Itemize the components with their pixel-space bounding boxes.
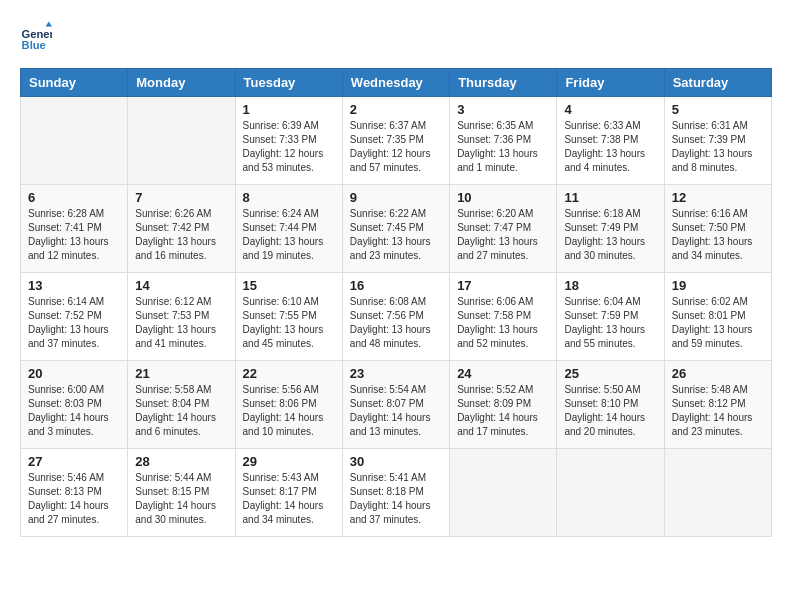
day-info: Sunrise: 6:12 AM Sunset: 7:53 PM Dayligh… — [135, 295, 227, 351]
day-info: Sunrise: 6:02 AM Sunset: 8:01 PM Dayligh… — [672, 295, 764, 351]
day-number: 22 — [243, 366, 335, 381]
empty-cell — [128, 97, 235, 185]
week-row-1: 1Sunrise: 6:39 AM Sunset: 7:33 PM Daylig… — [21, 97, 772, 185]
day-cell-27: 27Sunrise: 5:46 AM Sunset: 8:13 PM Dayli… — [21, 449, 128, 537]
day-cell-24: 24Sunrise: 5:52 AM Sunset: 8:09 PM Dayli… — [450, 361, 557, 449]
day-info: Sunrise: 6:08 AM Sunset: 7:56 PM Dayligh… — [350, 295, 442, 351]
day-info: Sunrise: 5:44 AM Sunset: 8:15 PM Dayligh… — [135, 471, 227, 527]
day-info: Sunrise: 6:14 AM Sunset: 7:52 PM Dayligh… — [28, 295, 120, 351]
day-info: Sunrise: 6:16 AM Sunset: 7:50 PM Dayligh… — [672, 207, 764, 263]
day-number: 26 — [672, 366, 764, 381]
day-info: Sunrise: 6:37 AM Sunset: 7:35 PM Dayligh… — [350, 119, 442, 175]
weekday-header-monday: Monday — [128, 69, 235, 97]
day-cell-2: 2Sunrise: 6:37 AM Sunset: 7:35 PM Daylig… — [342, 97, 449, 185]
day-cell-9: 9Sunrise: 6:22 AM Sunset: 7:45 PM Daylig… — [342, 185, 449, 273]
day-cell-19: 19Sunrise: 6:02 AM Sunset: 8:01 PM Dayli… — [664, 273, 771, 361]
day-number: 19 — [672, 278, 764, 293]
day-number: 27 — [28, 454, 120, 469]
day-cell-4: 4Sunrise: 6:33 AM Sunset: 7:38 PM Daylig… — [557, 97, 664, 185]
day-number: 13 — [28, 278, 120, 293]
weekday-header-wednesday: Wednesday — [342, 69, 449, 97]
day-cell-3: 3Sunrise: 6:35 AM Sunset: 7:36 PM Daylig… — [450, 97, 557, 185]
day-number: 5 — [672, 102, 764, 117]
day-info: Sunrise: 5:50 AM Sunset: 8:10 PM Dayligh… — [564, 383, 656, 439]
day-number: 11 — [564, 190, 656, 205]
day-cell-8: 8Sunrise: 6:24 AM Sunset: 7:44 PM Daylig… — [235, 185, 342, 273]
svg-text:Blue: Blue — [22, 39, 46, 51]
day-cell-23: 23Sunrise: 5:54 AM Sunset: 8:07 PM Dayli… — [342, 361, 449, 449]
day-number: 16 — [350, 278, 442, 293]
day-number: 23 — [350, 366, 442, 381]
day-number: 24 — [457, 366, 549, 381]
day-number: 12 — [672, 190, 764, 205]
empty-cell — [450, 449, 557, 537]
day-number: 3 — [457, 102, 549, 117]
day-info: Sunrise: 6:28 AM Sunset: 7:41 PM Dayligh… — [28, 207, 120, 263]
day-cell-11: 11Sunrise: 6:18 AM Sunset: 7:49 PM Dayli… — [557, 185, 664, 273]
day-info: Sunrise: 6:00 AM Sunset: 8:03 PM Dayligh… — [28, 383, 120, 439]
day-number: 15 — [243, 278, 335, 293]
svg-text:General: General — [22, 28, 52, 40]
day-cell-5: 5Sunrise: 6:31 AM Sunset: 7:39 PM Daylig… — [664, 97, 771, 185]
day-info: Sunrise: 6:18 AM Sunset: 7:49 PM Dayligh… — [564, 207, 656, 263]
day-info: Sunrise: 6:35 AM Sunset: 7:36 PM Dayligh… — [457, 119, 549, 175]
day-number: 14 — [135, 278, 227, 293]
empty-cell — [21, 97, 128, 185]
day-cell-22: 22Sunrise: 5:56 AM Sunset: 8:06 PM Dayli… — [235, 361, 342, 449]
day-cell-1: 1Sunrise: 6:39 AM Sunset: 7:33 PM Daylig… — [235, 97, 342, 185]
weekday-header-thursday: Thursday — [450, 69, 557, 97]
day-number: 10 — [457, 190, 549, 205]
empty-cell — [664, 449, 771, 537]
day-number: 6 — [28, 190, 120, 205]
day-cell-18: 18Sunrise: 6:04 AM Sunset: 7:59 PM Dayli… — [557, 273, 664, 361]
day-info: Sunrise: 5:56 AM Sunset: 8:06 PM Dayligh… — [243, 383, 335, 439]
day-info: Sunrise: 5:48 AM Sunset: 8:12 PM Dayligh… — [672, 383, 764, 439]
day-cell-10: 10Sunrise: 6:20 AM Sunset: 7:47 PM Dayli… — [450, 185, 557, 273]
logo: General Blue — [20, 20, 56, 52]
weekday-header-saturday: Saturday — [664, 69, 771, 97]
day-number: 18 — [564, 278, 656, 293]
day-cell-16: 16Sunrise: 6:08 AM Sunset: 7:56 PM Dayli… — [342, 273, 449, 361]
day-info: Sunrise: 6:20 AM Sunset: 7:47 PM Dayligh… — [457, 207, 549, 263]
day-info: Sunrise: 5:58 AM Sunset: 8:04 PM Dayligh… — [135, 383, 227, 439]
week-row-3: 13Sunrise: 6:14 AM Sunset: 7:52 PM Dayli… — [21, 273, 772, 361]
weekday-header-sunday: Sunday — [21, 69, 128, 97]
day-info: Sunrise: 6:06 AM Sunset: 7:58 PM Dayligh… — [457, 295, 549, 351]
day-number: 4 — [564, 102, 656, 117]
day-cell-13: 13Sunrise: 6:14 AM Sunset: 7:52 PM Dayli… — [21, 273, 128, 361]
svg-marker-2 — [46, 22, 52, 27]
day-info: Sunrise: 6:33 AM Sunset: 7:38 PM Dayligh… — [564, 119, 656, 175]
day-info: Sunrise: 6:39 AM Sunset: 7:33 PM Dayligh… — [243, 119, 335, 175]
day-cell-29: 29Sunrise: 5:43 AM Sunset: 8:17 PM Dayli… — [235, 449, 342, 537]
day-number: 2 — [350, 102, 442, 117]
day-number: 30 — [350, 454, 442, 469]
day-cell-12: 12Sunrise: 6:16 AM Sunset: 7:50 PM Dayli… — [664, 185, 771, 273]
day-number: 29 — [243, 454, 335, 469]
weekday-header-tuesday: Tuesday — [235, 69, 342, 97]
day-number: 20 — [28, 366, 120, 381]
weekday-header-row: SundayMondayTuesdayWednesdayThursdayFrid… — [21, 69, 772, 97]
day-number: 28 — [135, 454, 227, 469]
day-info: Sunrise: 6:10 AM Sunset: 7:55 PM Dayligh… — [243, 295, 335, 351]
day-number: 7 — [135, 190, 227, 205]
empty-cell — [557, 449, 664, 537]
day-info: Sunrise: 6:24 AM Sunset: 7:44 PM Dayligh… — [243, 207, 335, 263]
day-info: Sunrise: 5:54 AM Sunset: 8:07 PM Dayligh… — [350, 383, 442, 439]
day-number: 17 — [457, 278, 549, 293]
day-cell-20: 20Sunrise: 6:00 AM Sunset: 8:03 PM Dayli… — [21, 361, 128, 449]
day-info: Sunrise: 5:52 AM Sunset: 8:09 PM Dayligh… — [457, 383, 549, 439]
week-row-4: 20Sunrise: 6:00 AM Sunset: 8:03 PM Dayli… — [21, 361, 772, 449]
day-info: Sunrise: 5:46 AM Sunset: 8:13 PM Dayligh… — [28, 471, 120, 527]
day-info: Sunrise: 6:31 AM Sunset: 7:39 PM Dayligh… — [672, 119, 764, 175]
day-cell-17: 17Sunrise: 6:06 AM Sunset: 7:58 PM Dayli… — [450, 273, 557, 361]
weekday-header-friday: Friday — [557, 69, 664, 97]
day-cell-25: 25Sunrise: 5:50 AM Sunset: 8:10 PM Dayli… — [557, 361, 664, 449]
calendar: SundayMondayTuesdayWednesdayThursdayFrid… — [20, 68, 772, 537]
day-cell-7: 7Sunrise: 6:26 AM Sunset: 7:42 PM Daylig… — [128, 185, 235, 273]
logo-icon: General Blue — [20, 20, 52, 52]
week-row-2: 6Sunrise: 6:28 AM Sunset: 7:41 PM Daylig… — [21, 185, 772, 273]
day-number: 1 — [243, 102, 335, 117]
day-number: 9 — [350, 190, 442, 205]
day-cell-26: 26Sunrise: 5:48 AM Sunset: 8:12 PM Dayli… — [664, 361, 771, 449]
day-number: 8 — [243, 190, 335, 205]
